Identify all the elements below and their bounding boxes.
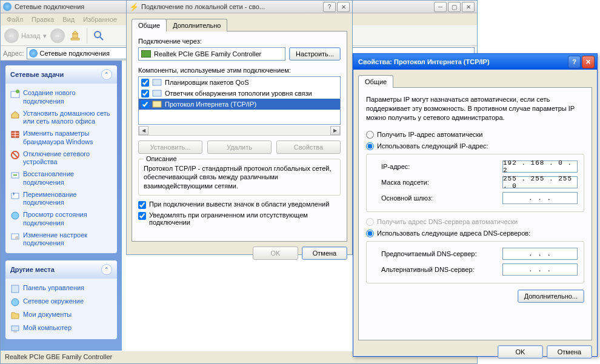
place-control-panel[interactable]: Панель управления [8,282,115,296]
svg-point-9 [15,236,19,240]
configure-button[interactable]: Настроить... [289,47,341,61]
notify-checkbox-row[interactable]: Уведомлять при ограниченном или отсутств… [138,211,341,226]
ip-input[interactable]: 192 . 168 . 0 . 2 [502,160,578,173]
bolt-icon: ⚡ [129,2,139,12]
help-button[interactable]: ? [323,2,336,12]
up-button[interactable] [68,29,82,42]
description-legend: Описание [144,155,179,162]
components-list[interactable]: Планировщик пакетов QoS Ответчик обнаруж… [138,76,341,125]
tab-advanced[interactable]: Дополнительно [166,19,227,31]
scroll-right-icon[interactable]: ▶ [330,126,340,135]
maximize-button[interactable]: ▢ [448,2,461,12]
close-button[interactable]: ✕ [337,2,350,12]
sidebar: Сетевые задачи ⌃ Создание нового подключ… [1,61,122,351]
task-home-network[interactable]: Установить домашнюю сеть или сеть малого… [8,108,115,128]
connect-via-label: Подключение через: [138,38,341,45]
tab-general[interactable]: Общие [358,75,393,88]
component-tcpip[interactable]: Протокол Интернета (TCP/IP) [139,99,340,110]
task-repair[interactable]: Восстановление подключения [8,168,115,189]
tcpip-description: Параметры IP могут назначаться автоматич… [366,95,584,122]
tcpip-title: Свойства: Протокол Интернета (TCP/IP) [356,58,568,65]
components-label: Компоненты, используемые этим подключени… [138,67,341,74]
dns2-label: Альтернативный DNS-сервер: [381,266,502,273]
task-settings[interactable]: Изменение настроек подключения [8,230,115,250]
back-button[interactable]: ← Назад ▾ [4,28,47,43]
task-disable[interactable]: Отключение сетевого устройства [8,148,115,169]
tray-icon-checkbox-row[interactable]: При подключении вывести значок в области… [138,200,341,209]
dns1-input[interactable]: . . . [502,248,578,260]
props-titlebar[interactable]: ⚡ Подключение по локальной сети - сво...… [127,1,352,13]
network-tasks-header[interactable]: Сетевые задачи ⌃ [5,65,117,84]
gateway-label: Основной шлюз: [381,194,502,202]
component-lltd[interactable]: Ответчик обнаружения топологии уровня св… [139,88,340,99]
notify-checkbox[interactable] [138,212,146,220]
uninstall-button: Удалить [207,141,272,154]
tab-general[interactable]: Общие [132,19,167,31]
back-icon: ← [4,28,19,43]
component-qos[interactable]: Планировщик пакетов QoS [139,77,340,88]
auto-dns-radio: Получить адрес DNS-сервера автоматически [366,218,584,226]
gateway-input[interactable]: . . . [502,192,578,204]
static-dns-radio[interactable]: Использовать следующие адреса DNS-сервер… [366,230,584,237]
scroll-left-icon[interactable]: ◀ [139,126,148,135]
static-ip-radio[interactable]: Использовать следующий IP-адрес: [366,142,584,150]
tcpip-titlebar[interactable]: Свойства: Протокол Интернета (TCP/IP) ? … [353,54,597,70]
props-tabpane: Подключение через: Realtek PCIe GBE Fami… [132,31,347,242]
minimize-button[interactable]: ─ [434,2,447,12]
task-rename[interactable]: Переименование подключения [8,189,115,210]
adapter-box: Realtek PCIe GBE Family Controller [138,47,285,61]
cancel-button[interactable]: Отмена [547,345,592,359]
h-scrollbar[interactable]: ◀▶ [138,126,341,136]
tray-checkbox[interactable] [138,201,146,209]
auto-ip-radio[interactable]: Получить IP-адрес автоматически [366,131,584,139]
ip-label: IP-адрес: [381,163,502,170]
help-button[interactable]: ? [568,56,581,68]
svg-rect-6 [12,193,19,199]
svg-point-7 [12,212,19,219]
other-places-panel: Другие места ⌃ Панель управления Сетевое… [5,260,117,339]
task-new-connection[interactable]: Создание нового подключения [8,87,115,108]
tcpip-tabpane: Параметры IP могут назначаться автоматич… [358,87,592,340]
ok-button: OK [253,247,298,260]
globe-icon [3,2,12,11]
dns2-input[interactable]: . . . [502,263,578,276]
menu-view[interactable]: Вид [59,15,78,24]
svg-rect-14 [153,79,161,85]
close-button[interactable]: ✕ [462,2,475,12]
protocol-icon [152,100,162,108]
cancel-button[interactable]: Отмена [302,247,347,260]
service-icon [152,78,162,87]
svg-rect-13 [13,331,17,333]
svg-point-11 [12,299,19,306]
ok-button[interactable]: OK [498,345,543,359]
place-computer[interactable]: Мой компьютер [8,322,115,336]
chevron-up-icon: ⌃ [101,69,112,80]
place-network[interactable]: Сетевое окружение [8,296,115,309]
search-button[interactable] [92,29,105,42]
ip-fieldset: IP-адрес:192 . 168 . 0 . 2 Маска подсети… [366,154,584,212]
globe-icon [29,49,38,58]
properties-button: Свойства [276,141,341,154]
chevron-up-icon: ⌃ [101,264,112,275]
menu-favorites[interactable]: Избранное [79,15,121,24]
task-firewall[interactable]: Изменить параметры брандмауэра Windows [8,128,115,148]
address-value: Сетевые подключения [40,50,110,57]
other-places-header[interactable]: Другие места ⌃ [5,260,117,279]
mask-input[interactable]: 255 . 255 . 255 . 0 [502,176,578,188]
svg-rect-16 [153,101,161,107]
props-tabs: Общие Дополнительно [127,13,352,31]
advanced-button[interactable]: Дополнительно... [518,290,584,303]
service-icon [152,89,162,98]
svg-rect-10 [12,285,19,293]
nic-icon [141,50,151,58]
network-tasks-panel: Сетевые задачи ⌃ Создание нового подключ… [5,65,117,253]
menu-edit[interactable]: Правка [28,15,58,24]
close-button[interactable]: ✕ [582,56,595,68]
menu-file[interactable]: Файл [3,15,27,24]
place-documents[interactable]: Мои документы [8,309,115,322]
forward-button[interactable]: → [50,28,65,43]
props-title: Подключение по локальной сети - сво... [141,3,323,10]
svg-rect-12 [12,326,19,331]
task-status[interactable]: Просмотр состояния подключения [8,209,115,230]
adapter-name: Realtek PCIe GBE Family Controller [154,50,261,58]
